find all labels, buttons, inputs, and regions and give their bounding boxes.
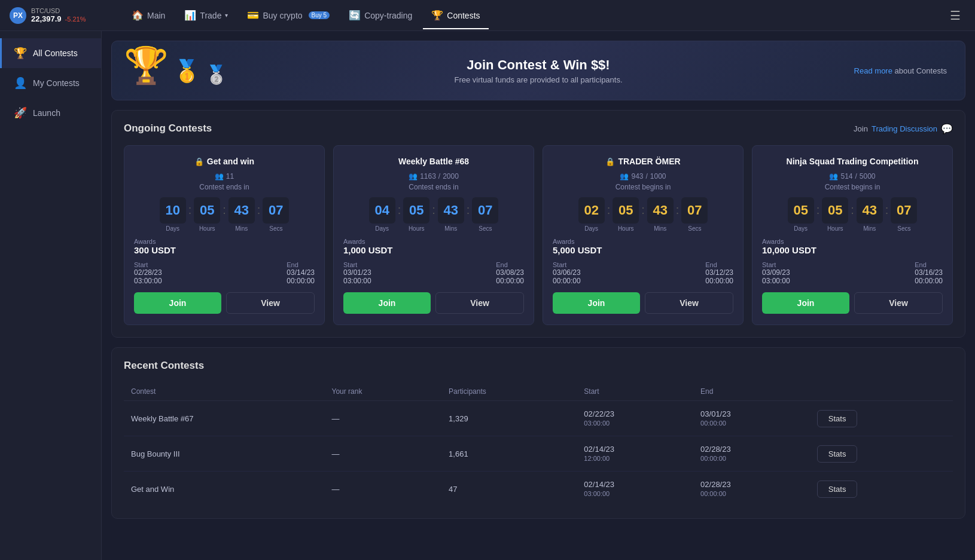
countdown-hours-1: 05 Hours (194, 197, 220, 232)
table-row: Bug Bounty III — 1,661 02/14/23 12:00:00… (124, 436, 953, 472)
btc-price: 22,397.9 (31, 14, 62, 23)
recent-contests-section: Recent Contests Contest Your rank Partic… (111, 347, 965, 519)
sidebar-label-my-contests: My Contests (33, 78, 80, 88)
banner-link-area: Read more about Contests (854, 66, 947, 75)
nav-label-main: Main (147, 11, 165, 20)
read-more-link[interactable]: Read more (854, 66, 895, 75)
recent-end-2: 02/28/23 00:00:00 (693, 436, 810, 472)
recent-section-title: Recent Contests (124, 360, 204, 372)
trading-discussion-link[interactable]: Trading Discussion (872, 124, 937, 133)
recent-contests-table: Contest Your rank Participants Start End… (124, 382, 953, 506)
recent-action-1: Stats (810, 401, 953, 436)
end-time-1: 00:00:00 (287, 277, 315, 285)
nav-item-copy-trading[interactable]: 🔄 Copy-trading (340, 6, 421, 25)
nav-right: ☰ (945, 4, 965, 27)
banner-subtitle: Free virtual funds are provided to all p… (454, 75, 622, 84)
stats-button-3[interactable]: Stats (817, 481, 858, 498)
countdown-days-2: 04 (369, 197, 395, 224)
nav-item-buy-crypto[interactable]: 💳 Buy crypto Buy 5 (239, 6, 338, 25)
recent-rank-3: — (325, 472, 442, 507)
user-icon: 👤 (14, 76, 27, 90)
countdown-2: 04 Days : 05 Hours : 43 Mins (343, 197, 524, 232)
countdown-days-1: 10 Days (160, 197, 186, 232)
contest-ends-label-2: Contest ends in (343, 183, 524, 191)
nav-item-main[interactable]: 🏠 Main (123, 6, 173, 25)
ongoing-section-title: Ongoing Contests (124, 123, 212, 134)
start-label-1: Start (134, 261, 162, 268)
medal-decoration-1: 🥇 (173, 59, 200, 84)
stats-button-1[interactable]: Stats (817, 410, 858, 427)
countdown-days-3: 02 (578, 197, 605, 224)
participants-icon-2: 👥 (409, 172, 418, 180)
chat-icon: 💬 (941, 123, 953, 134)
participants-icon-1: 👥 (215, 172, 224, 180)
view-button-1[interactable]: View (226, 292, 315, 314)
view-button-2[interactable]: View (435, 292, 524, 314)
sidebar-item-all-contests[interactable]: 🏆 All Contests (0, 38, 101, 68)
join-button-1[interactable]: Join (134, 292, 221, 314)
nav-label-contests: Contests (447, 11, 480, 20)
recent-start-1: 02/22/23 03:00:00 (577, 401, 693, 436)
countdown-days-4: 05 (788, 197, 814, 224)
countdown-hours-number-1: 05 (194, 197, 220, 224)
rocket-icon: 🚀 (14, 106, 27, 120)
awards-value-1: 300 USDT (134, 245, 315, 255)
hamburger-icon[interactable]: ☰ (945, 4, 965, 27)
recent-start-2: 02/14/23 12:00:00 (577, 436, 693, 472)
countdown-days-number-1: 10 (160, 197, 186, 224)
contest-card-weekly-battle-68: Weekly Battle #68 👥 1163 / 2000 Contest … (333, 145, 534, 325)
start-time-1: 03:00:00 (134, 277, 162, 285)
stats-button-2[interactable]: Stats (817, 445, 858, 463)
awards-section-2: Awards 1,000 USDT (343, 238, 524, 255)
countdown-mins-number-1: 43 (228, 197, 255, 224)
countdown-3: 02 Days : 05 Hours : 43 Mins (553, 197, 733, 232)
contest-card-trader-omer: 🔒 TRADER ÖMER 👥 943 / 1000 Contest begin… (543, 145, 744, 325)
recent-participants-3: 47 (441, 472, 577, 507)
dates-row-4: Start 03/09/23 03:00:00 End 03/16/23 00:… (762, 261, 943, 285)
view-button-3[interactable]: View (645, 292, 733, 314)
participants-ninja-squad: 👥 514 / 5000 (762, 172, 943, 180)
awards-section-3: Awards 5,000 USDT (553, 238, 733, 255)
nav-item-contests[interactable]: 🏆 Contests (423, 6, 488, 25)
view-button-4[interactable]: View (854, 292, 943, 314)
join-button-4[interactable]: Join (762, 292, 849, 314)
col-contest: Contest (124, 382, 325, 401)
countdown-mins-2: 43 (438, 197, 464, 224)
sidebar-label-all-contests: All Contests (33, 48, 78, 58)
join-button-2[interactable]: Join (343, 292, 431, 314)
recent-name-2: Bug Bounty III (124, 436, 325, 472)
awards-section-4: Awards 10,000 USDT (762, 238, 943, 255)
countdown-hours-4: 05 (822, 197, 848, 224)
sidebar-item-launch[interactable]: 🚀 Launch (0, 98, 101, 128)
participants-icon-3: 👥 (620, 172, 629, 180)
awards-section-1: Awards 300 USDT (134, 238, 315, 255)
sidebar-item-my-contests[interactable]: 👤 My Contests (0, 68, 101, 98)
recent-name-3: Get and Win (124, 472, 325, 507)
btc-change: -5.21% (65, 16, 86, 23)
countdown-mins-3: 43 (647, 197, 674, 224)
nav-item-trade[interactable]: 📊 Trade ▾ (176, 6, 236, 25)
home-icon: 🏠 (132, 10, 144, 21)
btc-pair: BTC/USD (31, 7, 86, 14)
col-start: Start (577, 382, 693, 401)
contest-name-weekly-68: Weekly Battle #68 (343, 157, 524, 166)
countdown-secs-2: 07 (472, 197, 498, 224)
contest-begins-label-3: Contest begins in (553, 183, 733, 191)
countdown-mins-4: 43 (857, 197, 883, 224)
recent-action-3: Stats (810, 472, 953, 507)
secs-label-1: Secs (269, 225, 282, 232)
recent-participants-1: 1,329 (441, 401, 577, 436)
table-row: Weekly Battle #67 — 1,329 02/22/23 03:00… (124, 401, 953, 436)
nav-label-copy-trading: Copy-trading (364, 11, 412, 20)
recent-rank-2: — (325, 436, 442, 472)
join-button-3[interactable]: Join (553, 292, 640, 314)
contest-begins-label-4: Contest begins in (762, 183, 943, 191)
contest-card-ninja-squad: Ninja Squad Trading Competition 👥 514 / … (752, 145, 953, 325)
countdown-hours-2: 05 (403, 197, 429, 224)
participants-icon-4: 👥 (829, 172, 838, 180)
join-discussion: Join Trading Discussion 💬 (854, 123, 953, 134)
countdown-secs-4: 07 (891, 197, 917, 224)
countdown-mins-1: 43 Mins (228, 197, 255, 232)
countdown-1: 10 Days : 05 Hours : 43 Mins (134, 197, 315, 232)
countdown-secs-1: 07 Secs (263, 197, 289, 232)
